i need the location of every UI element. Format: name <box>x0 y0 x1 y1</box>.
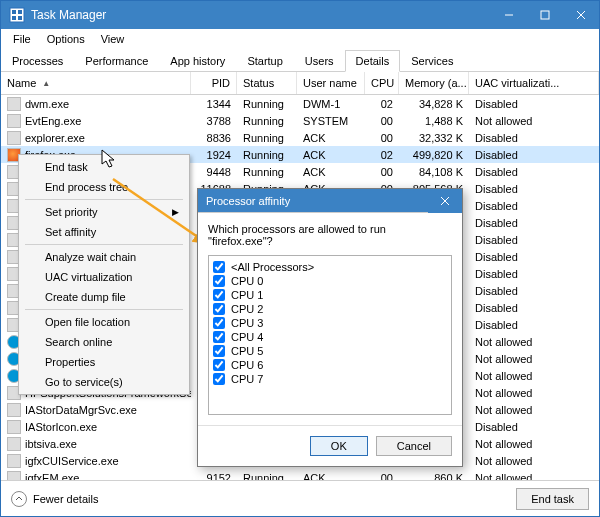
cpu-checkbox-cpu-0[interactable]: CPU 0 <box>213 274 447 288</box>
process-name: igfxCUIService.exe <box>25 455 119 467</box>
col-pid[interactable]: PID <box>191 72 237 94</box>
checkbox-input[interactable] <box>213 373 225 385</box>
process-pid: 3788 <box>191 115 237 127</box>
dialog-titlebar: Processor affinity <box>198 189 462 213</box>
checkbox-input[interactable] <box>213 303 225 315</box>
menu-item-uac-virtualization[interactable]: UAC virtualization <box>21 267 187 287</box>
process-user: ACK <box>297 472 365 481</box>
app-icon <box>9 7 25 23</box>
cpu-checkbox-cpu-1[interactable]: CPU 1 <box>213 288 447 302</box>
menu-item-end-process-tree[interactable]: End process tree <box>21 177 187 197</box>
tab-startup[interactable]: Startup <box>236 50 293 72</box>
cpu-checkbox-cpu-7[interactable]: CPU 7 <box>213 372 447 386</box>
process-icon <box>7 403 21 417</box>
cpu-checkbox-cpu-4[interactable]: CPU 4 <box>213 330 447 344</box>
svg-rect-6 <box>541 11 549 19</box>
process-mem: 499,820 K <box>399 149 469 161</box>
process-icon <box>7 454 21 468</box>
menu-item-search-online[interactable]: Search online <box>21 332 187 352</box>
menu-file[interactable]: File <box>5 31 39 47</box>
cpu-checkbox-cpu-2[interactable]: CPU 2 <box>213 302 447 316</box>
process-uac: Not allowed <box>469 472 599 481</box>
col-name[interactable]: Name▲ <box>1 72 191 94</box>
fewer-details-toggle[interactable]: Fewer details <box>11 491 98 507</box>
process-uac: Not allowed <box>469 455 599 467</box>
table-row[interactable]: dwm.exe1344RunningDWM-10234,828 KDisable… <box>1 95 599 112</box>
cpu-listbox[interactable]: <All Processors>CPU 0CPU 1CPU 2CPU 3CPU … <box>208 255 452 415</box>
close-button[interactable] <box>563 1 599 29</box>
menubar: FileOptionsView <box>1 29 599 49</box>
menu-item-analyze-wait-chain[interactable]: Analyze wait chain <box>21 247 187 267</box>
cpu-checkbox-cpu-6[interactable]: CPU 6 <box>213 358 447 372</box>
process-status: Running <box>237 132 297 144</box>
col-status[interactable]: Status <box>237 72 297 94</box>
col-uac[interactable]: UAC virtualizati... <box>469 72 599 94</box>
process-uac: Not allowed <box>469 404 599 416</box>
menu-item-set-priority[interactable]: Set priority▶ <box>21 202 187 222</box>
dialog-title: Processor affinity <box>198 189 428 212</box>
menu-item-create-dump-file[interactable]: Create dump file <box>21 287 187 307</box>
process-user: DWM-1 <box>297 98 365 110</box>
checkbox-input[interactable] <box>213 359 225 371</box>
checkbox-input[interactable] <box>213 289 225 301</box>
cpu-checkbox--all-processors-[interactable]: <All Processors> <box>213 260 447 274</box>
tab-details[interactable]: Details <box>345 50 401 72</box>
dialog-question: Which processors are allowed to run "fir… <box>208 223 452 247</box>
dialog-close-button[interactable] <box>428 189 462 213</box>
col-user[interactable]: User name <box>297 72 365 94</box>
svg-rect-2 <box>18 10 22 14</box>
cancel-button[interactable]: Cancel <box>376 436 452 456</box>
tab-app-history[interactable]: App history <box>159 50 236 72</box>
window-title: Task Manager <box>31 8 491 22</box>
process-uac: Disabled <box>469 319 599 331</box>
process-uac: Disabled <box>469 166 599 178</box>
col-mem[interactable]: Memory (a... <box>399 72 469 94</box>
column-headers: Name▲ PID Status User name CPU Memory (a… <box>1 72 599 95</box>
process-mem: 32,332 K <box>399 132 469 144</box>
menu-item-go-to-service-s-[interactable]: Go to service(s) <box>21 372 187 392</box>
context-menu: End taskEnd process treeSet priority▶Set… <box>18 154 190 395</box>
process-pid: 1924 <box>191 149 237 161</box>
process-cpu: 02 <box>365 98 399 110</box>
menu-item-open-file-location[interactable]: Open file location <box>21 312 187 332</box>
cpu-label: CPU 4 <box>231 331 263 343</box>
checkbox-input[interactable] <box>213 261 225 273</box>
checkbox-input[interactable] <box>213 345 225 357</box>
table-row[interactable]: igfxEM.exe9152RunningACK00860 KNot allow… <box>1 469 599 480</box>
checkbox-input[interactable] <box>213 317 225 329</box>
table-row[interactable]: EvtEng.exe3788RunningSYSTEM001,488 KNot … <box>1 112 599 129</box>
tabs: ProcessesPerformanceApp historyStartupUs… <box>1 49 599 72</box>
process-status: Running <box>237 115 297 127</box>
tab-users[interactable]: Users <box>294 50 345 72</box>
checkbox-input[interactable] <box>213 331 225 343</box>
process-pid: 1344 <box>191 98 237 110</box>
chevron-up-icon <box>11 491 27 507</box>
tab-services[interactable]: Services <box>400 50 464 72</box>
cpu-checkbox-cpu-5[interactable]: CPU 5 <box>213 344 447 358</box>
process-user: ACK <box>297 132 365 144</box>
col-cpu[interactable]: CPU <box>365 72 399 94</box>
process-name: IAStorIcon.exe <box>25 421 97 433</box>
process-uac: Not allowed <box>469 387 599 399</box>
checkbox-input[interactable] <box>213 275 225 287</box>
minimize-button[interactable] <box>491 1 527 29</box>
ok-button[interactable]: OK <box>310 436 368 456</box>
process-name: igfxEM.exe <box>25 472 79 481</box>
tab-processes[interactable]: Processes <box>1 50 74 72</box>
process-uac: Disabled <box>469 234 599 246</box>
cpu-checkbox-cpu-3[interactable]: CPU 3 <box>213 316 447 330</box>
end-task-button[interactable]: End task <box>516 488 589 510</box>
process-uac: Disabled <box>469 268 599 280</box>
menu-view[interactable]: View <box>93 31 133 47</box>
process-name: EvtEng.exe <box>25 115 81 127</box>
process-cpu: 00 <box>365 132 399 144</box>
menu-options[interactable]: Options <box>39 31 93 47</box>
process-user: SYSTEM <box>297 115 365 127</box>
tab-performance[interactable]: Performance <box>74 50 159 72</box>
menu-item-end-task[interactable]: End task <box>21 157 187 177</box>
menu-item-properties[interactable]: Properties <box>21 352 187 372</box>
maximize-button[interactable] <box>527 1 563 29</box>
menu-item-set-affinity[interactable]: Set affinity <box>21 222 187 242</box>
process-uac: Disabled <box>469 132 599 144</box>
table-row[interactable]: explorer.exe8836RunningACK0032,332 KDisa… <box>1 129 599 146</box>
